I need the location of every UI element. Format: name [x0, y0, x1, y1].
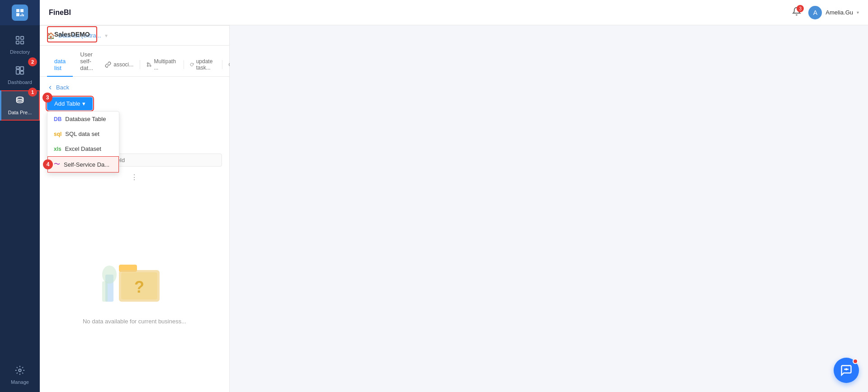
svg-point-8	[17, 97, 24, 100]
svg-rect-1	[21, 37, 24, 39]
svg-rect-17	[102, 281, 108, 302]
svg-point-11	[147, 63, 148, 64]
empty-state-text: No data available for current business..…	[83, 318, 186, 325]
toolbar-multipath[interactable]: Multipath ...	[142, 55, 182, 75]
sidebar-item-label-directory: Directory	[10, 49, 30, 55]
toolbar-associ[interactable]: associ...	[100, 58, 138, 71]
tab-data-list[interactable]: data list	[47, 52, 73, 77]
user-name: Amelia.Gu	[826, 9, 853, 16]
dots-icon[interactable]: ⋮	[47, 171, 222, 183]
user-avatar: A	[808, 6, 822, 19]
step2-annotation: 2	[28, 57, 37, 66]
dropdown-sql-dataset-label: SQL data set	[65, 131, 99, 137]
sales-demo-row: 3 Add Table ▾ DB Database Table	[47, 97, 222, 110]
support-notification-dot	[853, 359, 858, 364]
tabs-row: data list User self-dat... associ...	[40, 46, 229, 77]
support-button[interactable]	[834, 358, 859, 383]
sidebar-item-directory[interactable]: Directory	[0, 30, 40, 60]
notification-badge: 3	[797, 5, 804, 12]
sql-icon: sql	[54, 131, 61, 137]
panel-content: Back 3 Add Table ▾	[40, 77, 229, 189]
app-logo-icon	[12, 5, 28, 21]
sidebar: Directory 2 Dashboard 1	[0, 0, 40, 392]
toolbar-associ-label: associ...	[113, 61, 133, 68]
link-icon	[105, 61, 111, 68]
database-icon	[15, 96, 25, 108]
dropdown-database-table-label: Database Table	[65, 116, 106, 122]
add-table-dropdown: DB Database Table sql SQL data set xls E…	[47, 111, 119, 173]
svg-point-12	[147, 65, 148, 66]
step3-annotation: 3	[42, 93, 52, 103]
tab-user-self[interactable]: User self-dat...	[73, 46, 100, 77]
svg-point-16	[102, 266, 117, 284]
empty-illustration: ?	[99, 257, 171, 311]
topbar: FineBI 3 A Amelia.Gu ▾	[40, 0, 868, 25]
logo-svg	[14, 7, 25, 18]
branch-icon	[146, 61, 152, 68]
add-table-chevron-icon: ▾	[82, 100, 85, 107]
dashboard-icon	[15, 65, 25, 78]
svg-rect-7	[20, 71, 24, 74]
svg-point-9	[19, 369, 21, 372]
toolbar-update-task-label: update task...	[196, 58, 216, 71]
xls-icon: xls	[54, 146, 61, 152]
dropdown-self-service[interactable]: 4 〜 Self-Service Da...	[47, 156, 119, 173]
dropdown-excel-dataset[interactable]: xls Excel Dataset	[47, 141, 119, 156]
db-icon: DB	[54, 116, 61, 122]
sidebar-item-data-prep[interactable]: 1 Data Pre...	[0, 90, 40, 121]
chevron-down-icon: ▾	[857, 10, 859, 15]
svg-rect-2	[16, 41, 19, 44]
notification-button[interactable]: 3	[792, 7, 801, 18]
right-panel	[230, 25, 868, 392]
support-icon	[840, 364, 853, 377]
svg-rect-4	[16, 67, 19, 69]
add-table-area: Add Table ▾ DB Database Table sql	[47, 97, 93, 110]
add-table-button[interactable]: Add Table ▾	[47, 97, 93, 110]
sidebar-item-manage[interactable]: Manage	[0, 360, 40, 392]
dropdown-sql-dataset[interactable]: sql SQL data set	[47, 126, 119, 141]
svg-rect-5	[20, 67, 24, 70]
toolbar-multipath-label: Multipath ...	[154, 58, 177, 71]
step1-annotation: 1	[28, 88, 37, 97]
sidebar-item-label-data-prep: Data Pre...	[8, 110, 32, 115]
sidebar-nav: Directory 2 Dashboard 1	[0, 25, 40, 360]
add-table-label: Add Table	[54, 100, 80, 107]
svg-rect-6	[16, 70, 19, 74]
sidebar-item-label-manage: Manage	[11, 379, 29, 385]
dropdown-database-table[interactable]: DB Database Table	[47, 112, 119, 126]
svg-point-23	[846, 369, 847, 370]
main-area: FineBI 3 A Amelia.Gu ▾	[40, 0, 868, 392]
content-area: 🏠 Data list (extra... ▾ data list User s…	[40, 25, 868, 392]
svg-rect-3	[21, 41, 24, 44]
back-label: Back	[56, 84, 69, 91]
sales-demo-label-row: SalesDEMO	[47, 26, 222, 42]
step4-annotation: 4	[43, 159, 53, 169]
dropdown-excel-dataset-label: Excel Dataset	[65, 145, 101, 152]
svg-rect-22	[119, 270, 160, 302]
grid-icon	[15, 35, 25, 47]
user-info[interactable]: A Amelia.Gu ▾	[808, 6, 859, 19]
left-panel: 🏠 Data list (extra... ▾ data list User s…	[40, 25, 230, 392]
back-button[interactable]: Back	[47, 84, 222, 91]
empty-state: ? No data available for current business…	[40, 189, 229, 392]
toolbar-update-task[interactable]: update task...	[185, 55, 220, 75]
refresh-icon	[190, 61, 193, 68]
avatar-initial: A	[813, 9, 817, 16]
dropdown-self-service-label: Self-Service Da...	[64, 161, 109, 168]
add-table-wrapper: 3 Add Table ▾ DB Database Table	[47, 97, 93, 110]
self-service-icon: 〜	[54, 160, 60, 168]
svg-rect-0	[16, 37, 19, 39]
back-arrow-icon	[47, 84, 53, 91]
sales-demo-box[interactable]: SalesDEMO	[47, 26, 97, 42]
topbar-right: 3 A Amelia.Gu ▾	[792, 6, 859, 19]
gear-icon	[15, 365, 25, 378]
sidebar-item-dashboard[interactable]: 2 Dashboard	[0, 60, 40, 90]
sidebar-item-label-dashboard: Dashboard	[8, 79, 32, 85]
app-title: FineBI	[49, 9, 71, 17]
sidebar-logo[interactable]	[0, 0, 40, 25]
